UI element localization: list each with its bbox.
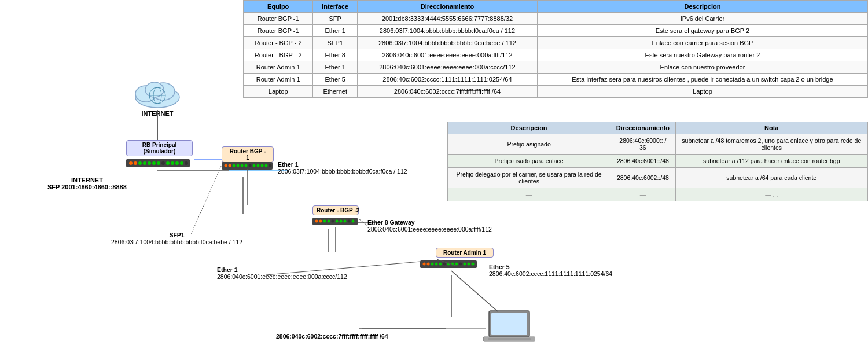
internet-cloud: INTERNET — [128, 75, 186, 117]
lower-table-row: Prefijo usado para enlace2806:40c:6001::… — [448, 155, 868, 168]
svg-point-63 — [455, 263, 458, 266]
svg-point-55 — [423, 263, 426, 266]
lower-cell-direccionamiento: 2806:40c:6001::/48 — [610, 155, 675, 168]
sfp1-label: SFP1 2806:03f7:1004:bbbb:bbbb:bbbb:f0ca:… — [111, 232, 242, 245]
table-row: Router BGP -1SFP2001:db8:3333:4444:5555:… — [244, 13, 868, 25]
svg-point-59 — [439, 263, 442, 266]
table-cell-descripcion: Laptop — [537, 86, 867, 98]
router-bgp1-device — [222, 161, 274, 172]
svg-line-75 — [191, 165, 222, 234]
rb-device-icon — [126, 157, 193, 169]
table-cell-descripcion: Enlace con nuestro proveedor — [537, 61, 867, 74]
svg-point-46 — [323, 220, 326, 223]
svg-point-44 — [315, 220, 318, 223]
lower-cell-descripcion: — — [448, 188, 610, 201]
ether5-label: Ether 5 2806:40c:6002:cccc:1111:1111:111… — [489, 263, 612, 277]
table-cell-equipo: Router BGP -1 — [244, 13, 313, 25]
svg-point-41 — [265, 164, 268, 167]
lower-col-header-desc: Descripcion — [448, 122, 610, 134]
lower-cell-descripcion: Prefijo usado para enlace — [448, 155, 610, 168]
lower-table-row: Prefijo asignado2806:40c:6000:: / 36subn… — [448, 134, 868, 155]
svg-point-35 — [241, 164, 244, 167]
table-cell-descripcion: Este sera nuestro Gateway para router 2 — [537, 49, 867, 61]
table-cell-direccionamiento: 2806:03f7:1004:bbbb:bbbb:bbbb:f0ca:bebe … — [358, 37, 538, 49]
svg-point-18 — [134, 161, 137, 165]
svg-point-25 — [166, 161, 170, 165]
svg-point-32 — [229, 164, 231, 167]
svg-point-21 — [148, 161, 151, 165]
svg-point-64 — [459, 263, 462, 266]
table-cell-equipo: Laptop — [244, 86, 313, 98]
svg-point-66 — [468, 263, 470, 266]
svg-point-47 — [328, 220, 330, 223]
laptop-svg — [483, 310, 535, 347]
rb-principal-label: RB Principal(Simulador) — [130, 142, 189, 155]
lower-cell-direccionamiento: 2806:40c:6002::/48 — [610, 168, 675, 188]
table-cell-direccionamiento: 2806:040c:6001:eeee:eeee:eeee:000a:ffff/… — [358, 49, 538, 61]
svg-point-19 — [138, 161, 142, 165]
table-cell-descripcion: IPv6 del Carrier — [537, 13, 867, 25]
col-header-equipo: Equipo — [244, 1, 313, 13]
table-cell-direccionamiento: 2806:40c:6002:cccc:1111:1111:1111:0254/6… — [358, 74, 538, 86]
table-cell-descripcion: Enlace con carrier para sesion BGP — [537, 37, 867, 49]
col-header-interface: Interface — [313, 1, 358, 13]
main-table: Equipo Interface Direccionamiento Descri… — [243, 0, 868, 98]
table-cell-equipo: Router Admin 1 — [244, 74, 313, 86]
table-cell-equipo: Router BGP -1 — [244, 25, 313, 37]
svg-point-38 — [253, 164, 256, 167]
svg-point-45 — [319, 220, 322, 223]
svg-point-33 — [233, 164, 236, 167]
table-row: LaptopEthernet2806:040c:6002:cccc:7fff:f… — [244, 86, 868, 98]
col-header-descripcion: Descripcion — [537, 1, 867, 13]
svg-point-22 — [152, 161, 156, 165]
table-cell-interface: Ether 1 — [313, 61, 358, 74]
lower-table-row: ——— . . — [448, 188, 868, 201]
table-cell-descripcion: Esta interfaz sera para nuestros cliente… — [537, 74, 867, 86]
svg-point-62 — [451, 263, 454, 266]
router-bgp1-icon — [222, 161, 274, 171]
router-admin1-icon — [420, 259, 478, 270]
svg-point-51 — [344, 220, 347, 223]
lower-cell-direccionamiento: — — [610, 188, 675, 201]
svg-point-57 — [431, 263, 434, 266]
laptop-addr-label: 2806:040c:6002:cccc:7fff:ffff:ffff:ffff … — [276, 333, 388, 340]
router-admin1-device — [420, 259, 478, 271]
table-cell-equipo: Router - BGP - 2 — [244, 37, 313, 49]
svg-point-40 — [261, 164, 264, 167]
table-cell-interface: Ethernet — [313, 86, 358, 98]
table-row: Router Admin 1Ether 52806:40c:6002:cccc:… — [244, 74, 868, 86]
svg-point-26 — [171, 161, 174, 165]
svg-point-50 — [340, 220, 343, 223]
svg-line-76 — [359, 219, 367, 226]
svg-point-67 — [472, 263, 475, 266]
svg-point-31 — [225, 164, 227, 167]
table-cell-equipo: Router - BGP - 2 — [244, 49, 313, 61]
svg-point-56 — [427, 263, 430, 266]
ether1-admin1-label: Ether 1 2806:040c:6001:eeee:eeee:eeee:00… — [217, 266, 347, 280]
lower-cell-nota: subnetear a /48 tomaremos 2, uno para en… — [675, 134, 867, 155]
col-header-direccionamiento: Direccionamiento — [358, 1, 538, 13]
svg-point-60 — [443, 263, 446, 266]
table-cell-interface: Ether 5 — [313, 74, 358, 86]
table-cell-interface: SFP1 — [313, 37, 358, 49]
table-cell-descripcion: Este sera el gateway para BGP 2 — [537, 25, 867, 37]
svg-rect-71 — [488, 338, 531, 340]
svg-point-28 — [180, 161, 183, 165]
table-cell-equipo: Router Admin 1 — [244, 61, 313, 74]
ether1-bgp1-label: Ether 1 2806:03f7:1004:bbbb:bbbb:bbbb:f0… — [278, 161, 407, 175]
router-bgp2-icon — [312, 216, 359, 227]
table-cell-direccionamiento: 2806:040c:6002:cccc:7fff:ffff:ffff:ffff … — [358, 86, 538, 98]
svg-point-53 — [352, 220, 355, 223]
svg-point-37 — [249, 164, 252, 167]
ether8-label: Ether 8 Gateway 2806:040c:6001:eeee:eeee… — [367, 219, 492, 233]
svg-point-20 — [143, 161, 146, 165]
svg-point-61 — [447, 263, 450, 266]
svg-point-39 — [257, 164, 260, 167]
cloud-icon — [131, 75, 183, 110]
table-cell-direccionamiento: 2806:03f7:1004:bbbb:bbbb:bbbb:f0ca:f0ca … — [358, 25, 538, 37]
lower-table-section: Descripcion Direccionamiento Nota Prefij… — [447, 122, 868, 201]
lower-col-header-dir: Direccionamiento — [610, 122, 675, 134]
lower-cell-descripcion: Prefijo asignado — [448, 134, 610, 155]
svg-point-42 — [269, 164, 272, 167]
lower-table-row: Prefijo delegado por el carrier, se usar… — [448, 168, 868, 188]
